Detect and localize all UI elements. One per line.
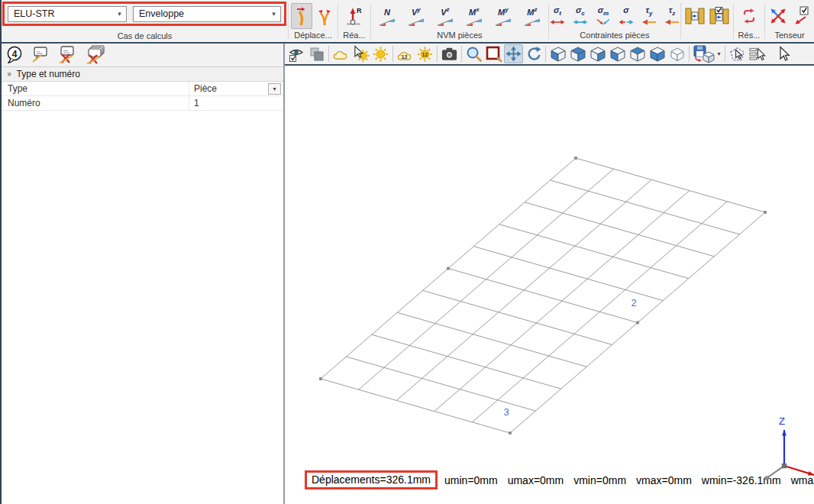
force-Vz-button[interactable]: Vz — [431, 3, 459, 29]
save-view-icon — [693, 45, 716, 63]
ribbon-group-cas-de-calculs: ELU-STR ▾ Enveloppe ▾ Cas de calculs — [2, 0, 288, 42]
view-cube-left-button[interactable] — [608, 44, 627, 63]
toolbar-separator — [689, 46, 690, 62]
stress-sigma-c-button[interactable]: σc — [570, 3, 591, 29]
moment-Mz-button[interactable]: Mz — [518, 3, 546, 29]
diagram-icon — [495, 17, 512, 27]
tensor-button[interactable] — [767, 3, 789, 29]
zoom-button[interactable] — [464, 44, 483, 63]
shear-arrow-icon — [664, 18, 680, 26]
result-type-combo[interactable]: Enveloppe ▾ — [133, 6, 281, 22]
reactions-button[interactable]: R — [344, 3, 365, 29]
load-case-value: ELU-STR — [14, 8, 113, 19]
cursor-arrow-icon — [777, 46, 792, 63]
structure-viewport[interactable]: Déplacements=326.1mm umin=0mm umax=0mm v… — [285, 66, 814, 504]
stress-sigma-button[interactable]: σ — [615, 3, 637, 29]
visibility-options-button[interactable] — [287, 44, 306, 63]
chevron-down-icon[interactable]: ▾ — [267, 10, 280, 18]
moment-Mx-button[interactable]: Mx — [460, 3, 488, 29]
group-label-contraintes: Contraintes pièces — [551, 31, 678, 41]
delete-bubble-icon — [56, 45, 77, 65]
view-cube-right-button[interactable] — [588, 44, 607, 63]
rotate-button[interactable] — [524, 44, 543, 63]
toolbar-separator — [461, 46, 462, 62]
count-bubble-icon: 4 — [5, 45, 25, 65]
group-label-cas: Cas de calculs — [2, 31, 288, 42]
type-dropdown-button[interactable]: ▾ — [268, 83, 281, 95]
render-sun-button[interactable] — [371, 44, 390, 63]
view-cube-top-button[interactable] — [628, 44, 647, 63]
edit-labels-button[interactable] — [31, 45, 50, 65]
displacement-diagram-button[interactable] — [291, 3, 312, 29]
stress-tau-z-button[interactable]: τz — [661, 3, 683, 29]
view-cube-bottom-button[interactable] — [648, 44, 667, 63]
cube-icon — [570, 46, 586, 63]
zoom-window-button[interactable] — [484, 44, 503, 63]
resultant-button[interactable] — [738, 3, 760, 29]
toolbar-separator — [437, 46, 438, 62]
magnifier-icon — [465, 45, 483, 63]
ribbon-group-tenseur: Tenseur — [765, 0, 814, 42]
force-N-button[interactable]: N — [373, 3, 401, 29]
panel-cut-check-button[interactable] — [708, 3, 731, 29]
compression-arrows-icon — [573, 18, 588, 26]
collapse-chevron-icon[interactable]: » — [5, 72, 13, 76]
group-label-rea: Réa... — [341, 31, 368, 41]
cursor-button[interactable] — [774, 44, 793, 63]
select-polygon-button[interactable] — [728, 44, 747, 63]
status-value: vmax=0mm — [636, 474, 692, 486]
status-value: wmax=0mm — [791, 474, 814, 486]
label-count-badge[interactable]: 4 — [5, 45, 25, 65]
diagram-icon — [437, 17, 454, 27]
group-label-empty — [683, 31, 731, 41]
render-pointer-sun-button[interactable] — [351, 44, 370, 63]
status-value: umin=0mm — [444, 474, 498, 486]
group-label-nvm: NVM pièces — [373, 31, 546, 41]
status-value: wmin=-326.1mm — [702, 474, 781, 486]
pan-arrows-icon — [506, 46, 522, 62]
moment-My-button[interactable]: My — [489, 3, 517, 29]
sun-12-icon: 12 — [416, 45, 434, 63]
render-cloud-button[interactable] — [331, 44, 350, 63]
delete-all-labels-button[interactable] — [82, 45, 107, 65]
render-sun-date-button[interactable]: 12 — [415, 44, 434, 63]
view-isometric-button[interactable] — [667, 44, 686, 63]
stress-sigma-t-button[interactable]: σt — [547, 3, 568, 29]
cloud-icon — [332, 47, 350, 61]
properties-panel: 4 — [2, 44, 285, 504]
rotate-arrow-icon — [525, 46, 542, 63]
date-label: 12 — [402, 53, 408, 60]
render-cloud-date-button[interactable]: 12 — [396, 44, 415, 63]
reaction-arrow-icon: R — [344, 6, 364, 27]
cube-icon — [590, 46, 606, 63]
delete-label-button[interactable] — [56, 45, 77, 65]
displacement-y-icon — [315, 6, 334, 27]
circulating-arrows-icon — [739, 6, 759, 26]
save-view-button[interactable]: ▾ — [692, 44, 722, 63]
stress-tau-y-button[interactable]: τy — [638, 3, 660, 29]
screen-capture-button[interactable] — [440, 44, 459, 63]
ribbon-group-deplacements: Déplace... — [289, 0, 338, 42]
status-value: vmin=0mm — [573, 474, 626, 486]
force-Vy-button[interactable]: Vy — [402, 3, 430, 29]
pan-button[interactable] — [504, 44, 523, 63]
tensor-check-button[interactable] — [790, 3, 812, 29]
diagram-icon — [466, 17, 483, 27]
row-value-cell[interactable]: 1 — [189, 96, 283, 110]
section-header-type-et-numero[interactable]: » Type et numéro — [2, 67, 283, 82]
displacement-values-button[interactable] — [314, 3, 335, 29]
toolbar-separator — [328, 46, 329, 62]
chevron-down-icon[interactable]: ▾ — [113, 10, 126, 18]
panel-cut-button[interactable] — [683, 3, 706, 29]
camera-icon — [441, 46, 458, 63]
diagram-icon — [408, 17, 425, 27]
select-list-button[interactable] — [748, 44, 767, 63]
dropdown-caret-icon[interactable]: ▾ — [717, 50, 720, 57]
view-cube-back-button[interactable] — [568, 44, 587, 63]
mesh-3d-view: 23Z — [285, 66, 814, 502]
stress-sigma-m-button[interactable]: σm — [593, 3, 614, 29]
load-case-combo[interactable]: ELU-STR ▾ — [8, 6, 127, 22]
view-cube-front-button[interactable] — [548, 44, 567, 63]
display-components-button[interactable] — [307, 44, 326, 63]
row-value-cell[interactable]: Pièce ▾ — [189, 82, 283, 95]
